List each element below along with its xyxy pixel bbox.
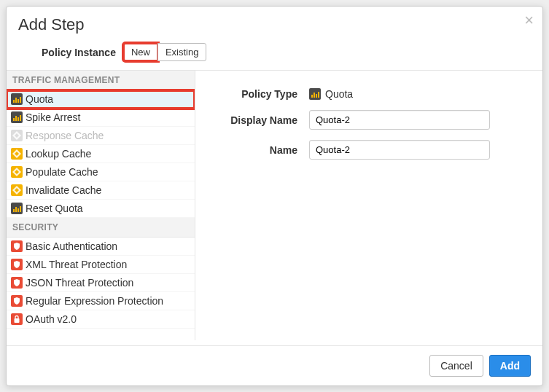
cache-icon xyxy=(11,184,23,196)
modal-title: Add Step xyxy=(18,15,531,34)
sidebar-item-label: Invalidate Cache xyxy=(26,184,101,196)
cache-icon xyxy=(11,130,23,141)
sidebar-item[interactable]: Populate Cache xyxy=(7,163,195,181)
quota-icon xyxy=(11,93,23,105)
svg-rect-3 xyxy=(17,99,19,103)
sidebar-item-label: OAuth v2.0 xyxy=(26,313,77,325)
sidebar-item-label: Populate Cache xyxy=(26,166,98,178)
add-button[interactable]: Add xyxy=(489,355,531,377)
lock-icon xyxy=(11,313,23,325)
svg-rect-6 xyxy=(13,118,15,121)
policy-type-value: Quota xyxy=(325,88,353,100)
sidebar-item[interactable]: OAuth v2.0 xyxy=(7,310,195,329)
sidebar-item-label: Response Cache xyxy=(26,130,104,141)
svg-rect-8 xyxy=(17,117,19,121)
policy-instance-label: Policy Instance xyxy=(42,47,116,58)
sidebar-item-label: XML Threat Protection xyxy=(26,259,127,270)
svg-rect-2 xyxy=(15,98,17,103)
sidebar-item-label: Quota xyxy=(26,93,53,105)
policy-instance-existing-button[interactable]: Existing xyxy=(157,43,207,61)
sidebar-item[interactable]: Reset Quota xyxy=(7,200,195,218)
svg-rect-24 xyxy=(15,207,17,212)
svg-rect-32 xyxy=(15,318,20,323)
shield-icon xyxy=(11,277,23,289)
sidebar-item-label: Lookup Cache xyxy=(26,148,91,160)
sidebar-item-label: Spike Arrest xyxy=(26,111,80,123)
sidebar-item-label: Basic Authentication xyxy=(26,240,117,252)
sidebar-item[interactable]: JSON Threat Protection xyxy=(7,274,195,292)
sidebar-group-header: TRAFFIC MANAGEMENT xyxy=(7,71,195,90)
shield-icon xyxy=(11,295,23,307)
quota-icon xyxy=(11,203,23,214)
sidebar-item[interactable]: Lookup Cache xyxy=(7,145,195,163)
svg-rect-37 xyxy=(318,92,319,98)
svg-rect-26 xyxy=(20,206,21,212)
cache-icon xyxy=(11,148,23,160)
svg-rect-23 xyxy=(13,209,15,212)
sidebar-item: Response Cache xyxy=(7,127,195,145)
display-name-input[interactable] xyxy=(309,110,490,130)
modal-body: TRAFFIC MANAGEMENTQuotaSpike ArrestRespo… xyxy=(7,70,542,340)
svg-rect-1 xyxy=(13,100,15,103)
sidebar-item[interactable]: Spike Arrest xyxy=(7,109,195,127)
svg-rect-25 xyxy=(17,208,19,212)
add-step-dialog: × Add Step Policy Instance New Existing … xyxy=(6,6,543,386)
name-label: Name xyxy=(210,144,309,156)
modal-header: Add Step xyxy=(7,7,542,43)
modal-footer: Cancel Add xyxy=(7,345,542,385)
policy-instance-row: Policy Instance New Existing xyxy=(7,43,542,70)
sidebar-item-label: Reset Quota xyxy=(26,203,83,214)
svg-rect-4 xyxy=(20,97,21,103)
sidebar-item[interactable]: XML Threat Protection xyxy=(7,256,195,274)
policy-instance-new-button[interactable]: New xyxy=(123,43,158,61)
cache-icon xyxy=(11,166,23,178)
shield-icon xyxy=(11,259,23,270)
spike-icon xyxy=(11,111,23,123)
policy-sidebar[interactable]: TRAFFIC MANAGEMENTQuotaSpike ArrestRespo… xyxy=(7,71,195,340)
sidebar-item-label: Regular Expression Protection xyxy=(26,295,163,307)
sidebar-item[interactable]: Quota xyxy=(7,90,195,109)
cancel-button[interactable]: Cancel xyxy=(429,355,483,377)
policy-instance-toggle: New Existing xyxy=(123,43,207,61)
close-icon[interactable]: × xyxy=(524,11,534,30)
svg-rect-7 xyxy=(15,116,17,121)
svg-rect-35 xyxy=(314,93,315,98)
sidebar-item[interactable]: Basic Authentication xyxy=(7,238,195,256)
display-name-label: Display Name xyxy=(210,114,309,126)
quota-icon xyxy=(309,88,321,100)
sidebar-item-label: JSON Threat Protection xyxy=(26,277,133,289)
shield-icon xyxy=(11,240,23,252)
svg-rect-34 xyxy=(311,95,313,98)
name-input[interactable] xyxy=(309,140,490,160)
policy-details: Policy Type Quota Display Name Name xyxy=(195,71,542,340)
sidebar-group-header: SECURITY xyxy=(7,218,195,238)
svg-rect-36 xyxy=(316,94,317,98)
sidebar-item[interactable]: Regular Expression Protection xyxy=(7,292,195,310)
svg-rect-9 xyxy=(20,115,21,121)
sidebar-item[interactable]: Invalidate Cache xyxy=(7,181,195,200)
policy-type-label: Policy Type xyxy=(210,88,309,100)
